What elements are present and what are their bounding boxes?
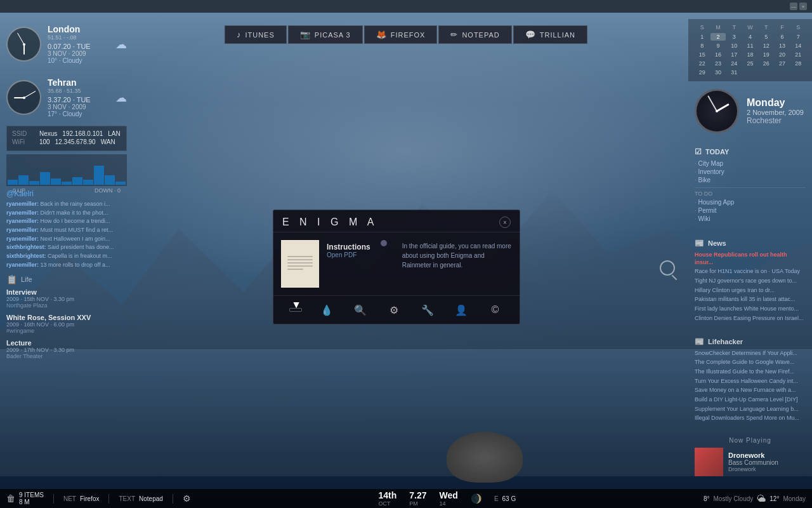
lh-item-6[interactable]: Supplement Your Language Learning b... (695, 406, 806, 413)
tb-weather-condition: Mostly Cloudy (713, 495, 753, 502)
np-artist: Bass Communion (728, 459, 806, 466)
tehran-coords: 35.68 · 51.35 (48, 88, 109, 94)
firefox-label: FIREFOX (391, 31, 426, 39)
cal-cell[interactable]: 22 (695, 60, 709, 67)
tb-browser[interactable]: Firefox (80, 495, 100, 502)
trillian-btn[interactable]: 💬 TRILLIAN (513, 25, 587, 44)
firefox-btn[interactable]: 🦊 FIREFOX (364, 25, 438, 44)
enigma-btn-user[interactable]: 👤 (452, 301, 470, 319)
divider (695, 187, 806, 188)
cal-cell[interactable]: 23 (710, 60, 725, 67)
cal-cell[interactable]: 31 (727, 69, 742, 76)
cal-cell[interactable]: 7 (791, 33, 806, 41)
notepad-label: NOTEPAD (462, 31, 499, 39)
bw-bar (105, 175, 115, 185)
news-title: News (708, 239, 726, 247)
itunes-icon: ♪ (237, 30, 242, 39)
cal-cell[interactable]: 12 (759, 42, 773, 50)
picasa-icon: 📷 (300, 30, 311, 39)
cal-cell[interactable]: 27 (775, 60, 789, 67)
cal-cell (775, 69, 789, 76)
cal-cell[interactable]: 26 (759, 60, 773, 67)
enigma-btn-water[interactable]: 💧 (318, 301, 336, 319)
cal-cell[interactable]: 6 (775, 33, 789, 41)
enigma-btn-search[interactable]: 🔍 (351, 301, 369, 319)
big-clock-face (695, 89, 739, 133)
news-item-1[interactable]: Race for H1N1 vaccine is on · USA Today (695, 268, 806, 276)
search-overlay[interactable] (660, 260, 679, 279)
cal-cell[interactable]: 18 (743, 51, 757, 58)
cal-cell[interactable]: 5 (759, 33, 773, 41)
notepad-btn[interactable]: ✏ NOTEPAD (438, 25, 511, 44)
picasa-btn[interactable]: 📷 PICASA 3 (288, 25, 363, 44)
enigma-document (281, 240, 319, 288)
tb-settings-section[interactable]: ⚙ (183, 493, 191, 504)
lh-item-4[interactable]: Save Money on a New Furnace with a... (695, 387, 806, 394)
tb-temp-low: 8° (704, 495, 710, 502)
cal-cell[interactable]: 28 (791, 60, 806, 67)
london-clock-center (23, 43, 25, 46)
cal-cell[interactable]: 4 (743, 33, 757, 41)
cal-cell[interactable]: 15 (695, 51, 709, 58)
enigma-file-type[interactable]: Open PDF (327, 251, 370, 258)
bw-bar (8, 180, 18, 185)
cal-cell (743, 69, 757, 76)
news-item-3[interactable]: Hillary Clinton urges Iran to dr... (695, 287, 806, 295)
lh-item-1[interactable]: The Complete Guide to Google Wave... (695, 359, 806, 366)
enigma-btn-settings[interactable]: ⚙ (385, 301, 403, 319)
tb-net-label: NET (63, 495, 76, 502)
tb-weather-icon: 🌥 (757, 493, 766, 504)
cal-cell[interactable]: 17 (727, 51, 742, 58)
cal-cell[interactable]: 25 (743, 60, 757, 67)
enigma-btn-tools[interactable]: 🔧 (419, 301, 436, 319)
tb-editor[interactable]: Notepad (139, 495, 163, 502)
mini-calendar: S M T W T F S 12345678910111213141516171… (688, 19, 812, 81)
itunes-btn[interactable]: ♪ ITUNES (225, 25, 287, 44)
np-track: Dronework (728, 451, 806, 459)
cal-cell[interactable]: 19 (759, 51, 773, 58)
lh-item-0[interactable]: SnowChecker Determines If Your Appli... (695, 350, 806, 358)
ssid-val: Nexus (39, 130, 57, 137)
lh-item-2[interactable]: The Illustrated Guide to the New Firef..… (695, 368, 806, 376)
enigma-scroll-up[interactable]: ▲ (289, 308, 302, 312)
cal-cell[interactable]: 10 (727, 42, 742, 50)
net-label: LAN (108, 130, 120, 137)
big-clock-date: 2 November, 2009 (747, 109, 806, 116)
news-item-2[interactable]: Tight NJ governor's race goes down to... (695, 277, 806, 285)
tb-date-sub: OCT (379, 500, 397, 507)
london-city: London (48, 24, 109, 34)
cal-cell[interactable]: 3 (727, 33, 742, 41)
news-item-4[interactable]: Pakistan militants kill 35 in latest att… (695, 296, 806, 304)
enigma-description: In the official guide, you can read more… (402, 240, 512, 270)
cal-cell[interactable]: 9 (710, 42, 725, 50)
cal-cell[interactable]: 21 (791, 51, 806, 58)
cal-cell[interactable]: 8 (695, 42, 709, 50)
cal-cell[interactable]: 1 (695, 33, 709, 41)
enigma-btn-cc[interactable]: © (486, 301, 504, 319)
enigma-close-btn[interactable]: × (499, 217, 511, 228)
close-btn[interactable]: × (799, 3, 807, 10)
news-item-0[interactable]: House Republicans roll out health insur.… (695, 251, 806, 266)
tweet-7: ryanemiller: 13 more rolls to drop off a… (6, 262, 127, 269)
cal-cell[interactable]: 16 (710, 51, 725, 58)
tb-date-main: 14th (379, 490, 397, 500)
picasa-label: PICASA 3 (315, 31, 351, 39)
news-item-5[interactable]: First lady launches White House mento... (695, 305, 806, 313)
cal-cell[interactable]: 20 (775, 51, 789, 58)
london-clock-face (6, 27, 41, 62)
minimize-btn[interactable]: — (790, 3, 797, 10)
cal-cell[interactable]: 11 (743, 42, 757, 50)
news-item-6[interactable]: Clinton Denies Easing Pressure on Israel… (695, 315, 806, 323)
tweet-4: ryanemiller: Next Halloween I am goin... (6, 236, 127, 243)
big-minute-hand (707, 95, 717, 111)
lh-item-7[interactable]: Illegal Downloaders Spend More on Mu... (695, 415, 806, 422)
cal-cell[interactable]: 13 (775, 42, 789, 50)
cal-cell[interactable]: 30 (710, 69, 725, 76)
cal-cell[interactable]: 29 (695, 69, 709, 76)
cal-cell[interactable]: 14 (791, 42, 806, 50)
lh-item-3[interactable]: Turn Your Excess Halloween Candy int... (695, 378, 806, 385)
bw-bar (62, 182, 72, 185)
lh-item-5[interactable]: Build a DIY Light-Up Camera Level [DIY] (695, 396, 806, 404)
cal-cell[interactable]: 24 (727, 60, 742, 67)
cal-cell[interactable]: 2 (710, 33, 725, 41)
